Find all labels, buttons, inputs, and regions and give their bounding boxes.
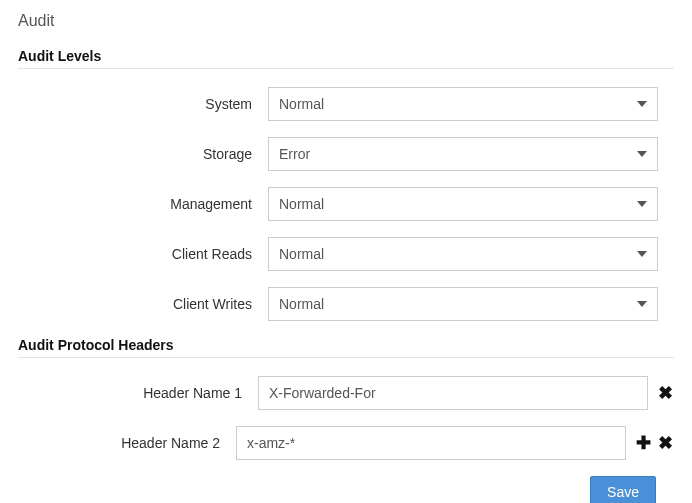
select-management[interactable]: Normal [268,187,658,221]
input-header-1[interactable] [258,376,648,410]
select-system[interactable]: Normal [268,87,658,121]
label-header-2: Header Name 2 [18,435,236,451]
label-header-1: Header Name 1 [18,385,258,401]
remove-icon[interactable]: ✖ [656,384,674,402]
select-client-reads[interactable]: Normal [268,237,658,271]
section-audit-levels-title: Audit Levels [18,48,674,64]
page-title: Audit [18,12,674,30]
select-storage-value: Error [279,146,310,162]
chevron-down-icon [637,301,647,307]
select-system-value: Normal [279,96,324,112]
label-client-reads: Client Reads [18,246,268,262]
select-client-reads-value: Normal [279,246,324,262]
chevron-down-icon [637,101,647,107]
label-client-writes: Client Writes [18,296,268,312]
remove-icon[interactable]: ✖ [656,434,674,452]
chevron-down-icon [637,251,647,257]
label-system: System [18,96,268,112]
chevron-down-icon [637,151,647,157]
select-management-value: Normal [279,196,324,212]
divider [18,68,674,69]
select-client-writes[interactable]: Normal [268,287,658,321]
divider [18,357,674,358]
chevron-down-icon [637,201,647,207]
section-protocol-headers-title: Audit Protocol Headers [18,337,674,353]
input-header-2[interactable] [236,426,626,460]
select-client-writes-value: Normal [279,296,324,312]
select-storage[interactable]: Error [268,137,658,171]
add-icon[interactable]: ✚ [634,434,652,452]
save-button[interactable]: Save [590,476,656,503]
label-management: Management [18,196,268,212]
label-storage: Storage [18,146,268,162]
